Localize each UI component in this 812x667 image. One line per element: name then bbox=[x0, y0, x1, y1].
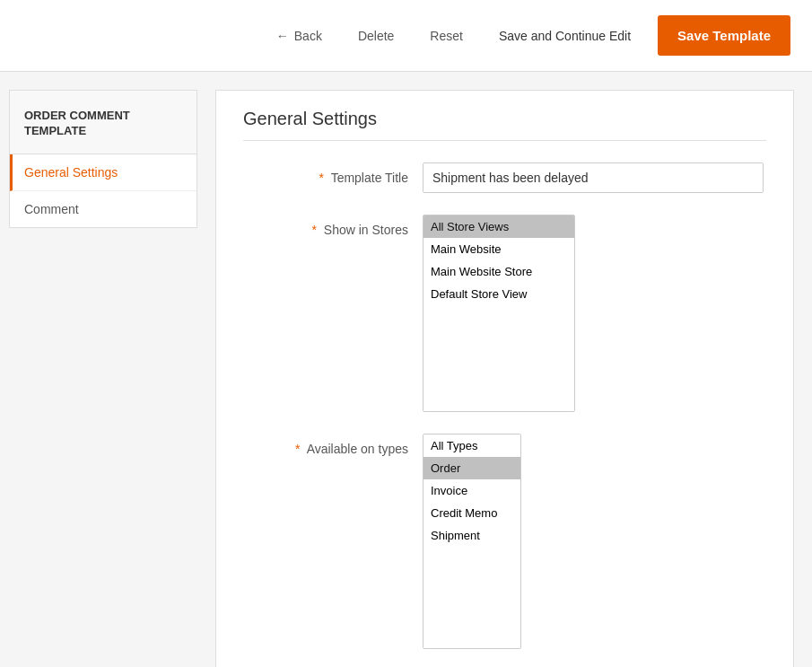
type-option-all[interactable]: All Types bbox=[423, 434, 520, 457]
template-title-field bbox=[423, 162, 766, 193]
template-title-input[interactable] bbox=[423, 162, 764, 193]
delete-label: Delete bbox=[358, 29, 394, 43]
reset-label: Reset bbox=[430, 29, 463, 43]
required-star-types: * bbox=[295, 442, 300, 456]
store-option-main-website[interactable]: Main Website bbox=[423, 238, 574, 260]
type-option-order[interactable]: Order bbox=[423, 457, 520, 479]
sidebar-title: ORDER COMMENT TEMPLATE bbox=[9, 90, 197, 154]
type-option-shipment[interactable]: Shipment bbox=[423, 524, 520, 547]
available-on-types-select[interactable]: All Types Order Invoice Credit Memo Ship… bbox=[423, 434, 521, 649]
type-option-credit-memo[interactable]: Credit Memo bbox=[423, 502, 520, 524]
show-in-stores-label: * Show in Stores bbox=[243, 215, 423, 240]
show-in-stores-row: * Show in Stores All Store Views Main We… bbox=[243, 215, 766, 412]
section-title: General Settings bbox=[243, 109, 766, 141]
save-continue-button[interactable]: Save and Continue Edit bbox=[483, 20, 647, 52]
store-option-main-website-store[interactable]: Main Website Store bbox=[423, 260, 574, 283]
save-template-button[interactable]: Save Template bbox=[658, 15, 790, 56]
show-in-stores-select[interactable]: All Store Views Main Website Main Websit… bbox=[423, 215, 575, 412]
store-option-all[interactable]: All Store Views bbox=[423, 215, 574, 238]
toolbar-actions: ← Back Delete Reset Save and Continue Ed… bbox=[260, 15, 790, 56]
template-title-row: * Template Title bbox=[243, 162, 766, 193]
store-option-default-store-view[interactable]: Default Store View bbox=[423, 283, 574, 305]
sidebar: ORDER COMMENT TEMPLATE General Settings … bbox=[9, 90, 197, 667]
available-on-types-row: * Available on types All Types Order Inv… bbox=[243, 434, 766, 649]
back-label: Back bbox=[294, 29, 322, 43]
reset-button[interactable]: Reset bbox=[414, 20, 479, 52]
sidebar-item-comment-label: Comment bbox=[24, 202, 79, 216]
required-star-title: * bbox=[319, 171, 324, 185]
sidebar-item-general-settings-label: General Settings bbox=[24, 165, 118, 180]
available-on-types-field: All Types Order Invoice Credit Memo Ship… bbox=[423, 434, 766, 649]
required-star-stores: * bbox=[311, 223, 316, 237]
toolbar: ← Back Delete Reset Save and Continue Ed… bbox=[0, 0, 812, 72]
template-title-label: * Template Title bbox=[243, 162, 423, 188]
sidebar-nav: General Settings Comment bbox=[9, 154, 197, 228]
sidebar-item-general-settings[interactable]: General Settings bbox=[10, 154, 196, 191]
main-layout: ORDER COMMENT TEMPLATE General Settings … bbox=[0, 72, 812, 667]
save-template-label: Save Template bbox=[677, 28, 771, 43]
back-arrow-icon: ← bbox=[276, 29, 289, 43]
type-option-invoice[interactable]: Invoice bbox=[423, 479, 520, 502]
available-on-types-label: * Available on types bbox=[243, 434, 423, 459]
delete-button[interactable]: Delete bbox=[342, 20, 410, 52]
sidebar-item-comment[interactable]: Comment bbox=[10, 191, 196, 227]
back-button[interactable]: ← Back bbox=[260, 20, 338, 52]
save-continue-label: Save and Continue Edit bbox=[499, 29, 631, 43]
content-area: General Settings * Template Title * Show… bbox=[215, 90, 794, 667]
show-in-stores-field: All Store Views Main Website Main Websit… bbox=[423, 215, 766, 412]
